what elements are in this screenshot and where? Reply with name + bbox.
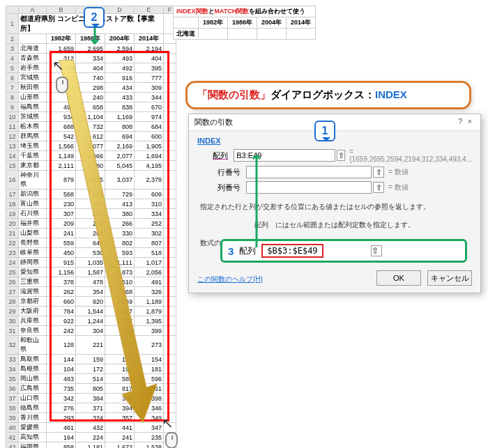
input-row[interactable]: [246, 166, 372, 178]
step-badge-2: 2: [84, 7, 105, 28]
cursor-arrow-top: ↖: [52, 57, 64, 74]
step-badge-1: 1: [314, 121, 335, 141]
range-select-col[interactable]: ⇧: [373, 182, 384, 193]
mouse-icon-top: [56, 77, 68, 93]
function-args-dialog: 関数の引数 ?× INDEX 配列 ⇧ = {1659,2695,2594,21…: [188, 114, 481, 293]
spreadsheet-table[interactable]: ABCDEF1都道府県別 コンビニエンスストア数【事業所】21982年1986年…: [6, 6, 176, 448]
dialog-title: 関数の引数: [195, 117, 233, 128]
input-col[interactable]: [246, 181, 372, 194]
cursor-arrow-bottom: ↖: [162, 415, 174, 431]
step3-number: 3: [228, 245, 234, 257]
label-array: 配列: [197, 150, 234, 161]
mouse-icon-bottom: [165, 432, 178, 448]
dialog-help-icon[interactable]: ?: [455, 117, 465, 125]
step3-arrow: [252, 150, 261, 247]
dialog-close-icon[interactable]: ×: [465, 117, 475, 125]
help-link[interactable]: この関数のヘルプ(H): [197, 275, 263, 284]
dialog-desc2: 配列 にはセル範囲または配列定数を指定します。: [200, 220, 469, 230]
label-row: 行番号: [197, 167, 246, 178]
callout-title: 「関数の引数」ダイアログボックス：INDEX: [185, 81, 471, 109]
cancel-button[interactable]: キャンセル: [427, 270, 472, 286]
dialog-desc1: 指定された行と列が交差する位置にある値またはセルの参照を返します。: [200, 202, 469, 212]
range-icon: ⇧: [371, 245, 382, 256]
input-array[interactable]: [234, 149, 335, 162]
lookup-table[interactable]: INDEX関数とMATCH関数を組み合わせて使う 1982年1986年2004年…: [173, 6, 316, 40]
range-select-row[interactable]: ⇧: [373, 167, 384, 178]
step3-value: $B$3:$E$49: [261, 244, 323, 258]
ok-button[interactable]: OK: [376, 270, 421, 286]
label-col: 列番号: [197, 183, 246, 193]
range-select-array[interactable]: ⇧: [337, 150, 345, 161]
